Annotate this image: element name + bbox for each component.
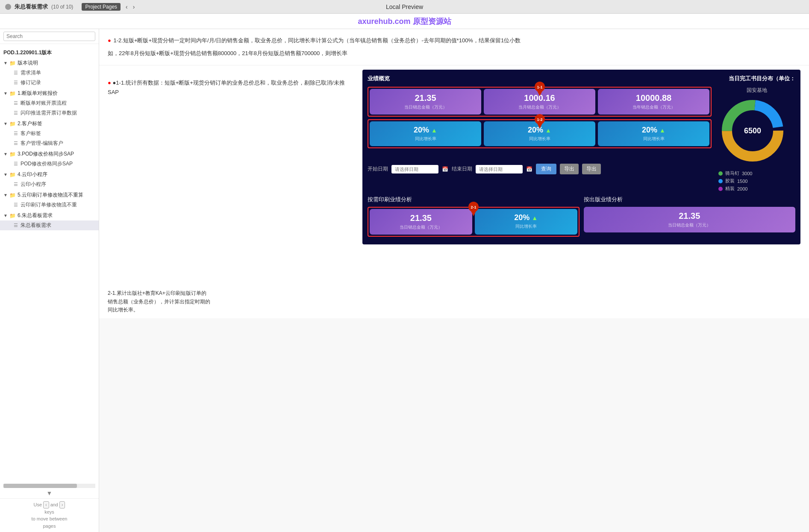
group-label: 6.朱总看板需求 [18,212,53,219]
calendar-icon-1: 📅 [442,166,448,172]
sidebar-item-pod-xiugai[interactable]: ☰ POD修改价格同步SAP [0,159,99,169]
sidebar-item-yunyin[interactable]: ▼ 📁 4.云印小程序 [0,170,99,179]
sidebar-item-xiuding-jilu[interactable]: ☰ 修订记录 [0,78,99,88]
sidebar-item-yunyin-wuliu[interactable]: ☰ 云印刷订单修改物流不重 [0,200,99,210]
svg-text:2-1: 2-1 [471,205,476,209]
dashboard-panel: 业绩概览 当日完工书目分布（单位： [362,70,800,314]
kpi-area: 21.35 当日销总金额（万元） 1000.16 当月销总金额（万元） 1000… [368,87,712,193]
bullet-middle: ● [108,79,111,86]
page-icon: ☰ [14,161,18,167]
sidebar-item-kehu-biaoqian[interactable]: ☰ 客户标签 [0,129,99,138]
sidebar-scrollbar-thumb[interactable] [3,484,77,488]
page-icon: ☰ [14,202,18,208]
kpi-row1-box: 21.35 当日销总金额（万元） 1000.16 当月销总金额（万元） 1000… [368,87,712,117]
annotation-note-2: 如，22年8月份短版+断版+现货分销总销售额800000，21年8月份短版总销售… [108,50,347,56]
triangle-icon: ▼ [3,91,8,96]
end-date-input[interactable] [476,165,523,173]
nav-prev-button[interactable]: ‹ [124,3,129,10]
kpi-value-yearly: 10000.88 [601,93,706,103]
legend-value-2: 2000 [737,186,747,191]
kpi-card-pct1: 20% ▲ 同比增长率 [370,121,481,146]
arrow-up-2: ▲ [545,127,551,134]
triangle-icon: ▼ [3,172,8,177]
pin-1-2-svg: 1-2 [534,114,546,129]
pin-1-2[interactable]: 1-2 [534,114,546,129]
export-button-2[interactable]: 导出 [582,164,601,174]
sidebar-version-label: POD.1.220901.1版本 [0,47,99,58]
dash-section2-title: 当日完工书目分布（单位： [729,75,795,82]
group-label: 3.POD修改价格同步SAP [18,150,74,158]
group-label: 1.断版单对账报价 [18,90,58,97]
tree-group-chongsuan: ▼ 📁 5.云印刷订单修改物流不重算 ☰ 云印刷订单修改物流不重 [0,190,99,210]
sidebar-item-chongsuan[interactable]: ▼ 📁 5.云印刷订单修改物流不重算 [0,190,99,200]
page-icon: ☰ [14,223,18,228]
folder-icon: 📁 [9,192,16,198]
arrow-up-3: ▲ [659,127,665,134]
nav-next-button[interactable]: › [131,3,137,10]
query-button[interactable]: 查询 [536,164,556,174]
dashboard: 业绩概览 当日完工书目分布（单位： [362,70,800,244]
bottom-kpi-daily-value: 21.35 [373,213,469,223]
tree-group-banben: ▼ 📁 版本说明 ☰ 需求清单 ☰ 修订记录 [0,58,99,88]
kpi-pct-value-3: 20% ▲ [601,126,706,135]
pin-2-1[interactable]: 2-1 [468,202,480,216]
sidebar-horizontal-scrollbar[interactable] [3,484,95,488]
watermark-bar: axurehub.com 原型资源站 [0,14,809,29]
top-annotation: ● 1-2.短版+断版+现货分销一定时间内年/月/日的销售金额，取业务总价，同比… [99,29,809,65]
use-text: Use [34,502,42,507]
sidebar-expand-button[interactable]: ▼ [47,490,53,497]
bottom-right-section: 按出版业绩分析 21.35 当日销总金额（万元） [584,196,796,239]
kpi-value-daily: 21.35 [373,93,478,103]
chart-title: 国安基地 [718,87,795,94]
sidebar-item-xuqiu-qingdan[interactable]: ☰ 需求清单 [0,68,99,78]
bullet-1: ● [108,37,111,44]
start-date-label: 开始日期 [368,165,388,173]
bottom-arrow-up: ▲ [532,215,538,221]
sidebar-item-yunyin-xiaochengxu[interactable]: ☰ 云印小程序 [0,179,99,189]
triangle-icon: ▼ [3,152,8,156]
kpi-pct-value-1: 20% ▲ [373,126,478,135]
export-button-1[interactable]: 导出 [560,164,579,174]
search-input[interactable] [3,32,95,41]
sidebar-item-banben-shuoming[interactable]: ▼ 📁 版本说明 [0,58,99,68]
kpi-card-pct3: 20% ▲ 同比增长率 [598,121,709,146]
kpi-label-yearly: 当年销总金额（万元） [601,104,706,110]
tree-group-zhuzong: ▼ 📁 6.朱总看板需求 ☰ 朱总看板需求 [0,211,99,230]
callout-2-1-text: 2-1.累计出版社+教育KA+云印刷短版订单的销售总额（业务总价），并计算出指定… [108,290,210,312]
sidebar-item-zhuzong-group[interactable]: ▼ 📁 6.朱总看板需求 [0,211,99,220]
calendar-icon-2: 📅 [526,166,532,172]
sidebar-item-pod[interactable]: ▼ 📁 3.POD修改价格同步SAP [0,149,99,159]
and-text: and [50,502,58,507]
svg-text:6500: 6500 [744,126,761,135]
sidebar-item-kehu-guanli[interactable]: ☰ 客户管理-编辑客户 [0,138,99,148]
triangle-icon: ▼ [3,61,8,65]
content-area: ● 1-2.短版+断版+现货分销一定时间内年/月/日的销售金额，取业务总价，同比… [99,29,809,532]
sidebar-item-duandan[interactable]: ▼ 📁 1.断版单对账报价 [0,88,99,98]
to-move-text: to move between [32,516,68,521]
sidebar-item-kehu[interactable]: ▼ 📁 2.客户标签 [0,119,99,129]
triangle-icon: ▼ [3,121,8,126]
svg-text:1-2: 1-2 [537,118,542,122]
arrow-up-1: ▲ [431,127,437,134]
sidebar-item-zhuzong-page[interactable]: ☰ 朱总看板需求 [0,220,99,230]
pin-1-1[interactable]: 1-1 [534,82,546,96]
legend-color-2 [718,187,723,191]
legend-list: 骑马钉 3000 胶装 1500 精装 [718,170,795,192]
legend-value-1: 1500 [737,179,747,184]
sidebar-item-duandan-liucheng[interactable]: ☰ 断版单对账开票流程 [0,98,99,108]
project-pages-button[interactable]: Project Pages [82,3,121,11]
sidebar-item-shansong[interactable]: ☰ 闪印推送需开票订单数据 [0,108,99,118]
folder-icon: 📁 [9,172,16,178]
dash-section1-title: 业绩概览 [368,75,390,82]
svg-marker-4 [537,123,543,129]
tree-group-duandan: ▼ 📁 1.断版单对账报价 ☰ 断版单对账开票流程 ☰ 闪印推送需开票订单数据 [0,88,99,118]
nav-arrows: ‹ › [124,3,136,10]
close-button[interactable] [5,4,11,10]
legend-item-1: 胶装 1500 [718,178,795,184]
annotation-note-1: 1-2.短版+断版+现货分销一定时间内年/月/日的销售金额，取业务总价，同比增长… [113,37,521,44]
page-icon: ☰ [14,131,18,136]
page-icon: ☰ [14,70,18,76]
key-right-icon: › [59,501,65,508]
tree-group-yunyin: ▼ 📁 4.云印小程序 ☰ 云印小程序 [0,170,99,189]
start-date-input[interactable] [391,165,438,173]
